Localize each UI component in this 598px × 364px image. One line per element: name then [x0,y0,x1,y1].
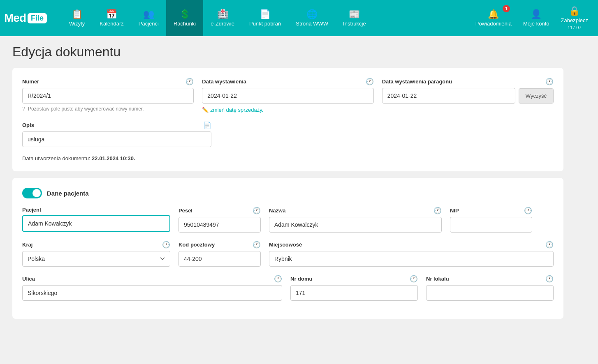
data-paragonu-input[interactable] [382,88,515,104]
nav-label-kalendarz: Kalendarz [100,21,124,27]
patient-row-3: Ulica 🕐 Nr domu 🕐 Nr lokalu 🕐 [22,275,554,301]
nav-label-pacjenci: Pacjenci [139,21,159,27]
question-icon: ? [22,106,25,112]
nav-item-zabezpiecz[interactable]: 🔒 Zabezpiecz 117:07 [555,0,594,36]
data-paragonu-clock-icon[interactable]: 🕐 [545,78,554,85]
nr-lokalu-label: Nr lokalu [426,276,449,282]
form-row-opis: Opis 📄 [22,121,554,147]
patient-data-card: Dane pacjenta Pacjent Pesel 🕐 Nazwa [12,178,563,319]
numer-label-row: Numer 🕐 [22,78,194,85]
nr-domu-clock-icon[interactable]: 🕐 [410,275,418,283]
miejscowosc-input[interactable] [269,251,554,267]
zabezpiecz-icon: 🔒 [569,7,580,16]
logo[interactable]: Med File [4,12,58,25]
nazwa-label: Nazwa [269,207,285,214]
nav-label-zabezpiecz: Zabezpiecz [561,17,588,23]
pesel-clock-icon[interactable]: 🕐 [253,207,261,214]
kod-pocztowy-input[interactable] [178,251,261,267]
form-row-numbers: Numer 🕐 ? Pozostaw pole puste aby wygene… [22,78,554,113]
nip-group: NIP 🕐 [450,207,532,233]
navbar: Med File 📋 Wizyty 📅 Kalendarz 👥 Pacjenci… [0,0,598,36]
nav-item-moje-konto[interactable]: 👤 Moje konto [517,0,555,36]
logo-file: File [28,13,47,23]
data-paragonu-label-row: Data wystawienia paragonu 🕐 [382,78,554,85]
dane-pacjenta-label: Dane pacjenta [47,190,89,197]
data-wystawienia-input[interactable] [202,88,373,104]
data-wystawienia-label: Data wystawienia [202,78,246,85]
miejscowosc-label: Miejscowość [269,242,302,248]
nav-label-strona-www: Strona WWW [296,21,328,27]
toggle-thumb [32,189,41,197]
kraj-label: Kraj [22,242,32,248]
nav-item-kalendarz[interactable]: 📅 Kalendarz [92,0,131,36]
nav-label-rachunki: Rachunki [174,21,196,27]
rachunki-icon: 💲 [179,10,190,19]
nr-domu-group: Nr domu 🕐 [290,275,418,301]
dane-pacjenta-toggle[interactable] [22,188,42,198]
pesel-input[interactable] [178,217,261,233]
nip-label-row: NIP 🕐 [450,207,532,214]
nav-item-instrukcje[interactable]: 📰 Instrukcje [336,0,373,36]
kalendarz-icon: 📅 [106,10,117,19]
opis-doc-icon[interactable]: 📄 [203,121,211,129]
opis-group: Opis 📄 [22,121,211,147]
strona-www-icon: 🌐 [306,10,318,19]
nr-lokalu-clock-icon[interactable]: 🕐 [545,275,554,283]
moje-konto-icon: 👤 [531,10,542,19]
wyczysc-button[interactable]: Wyczyść [519,88,554,104]
data-wystawienia-group: Data wystawienia 🕐 ✏️ zmień datę sprzeda… [202,78,373,113]
data-wystawienia-clock-icon[interactable]: 🕐 [366,78,374,85]
zabezpiecz-time: 117:07 [568,25,582,30]
numer-label: Numer [22,78,39,85]
notification-badge: 1 [503,5,510,12]
numer-clock-icon[interactable]: 🕐 [185,78,194,85]
doc-creation-date: Data utworzenia dokumentu: 22.01.2024 10… [22,155,554,161]
nr-domu-input[interactable] [290,285,418,301]
nr-lokalu-input[interactable] [426,285,554,301]
pacjent-input[interactable] [22,215,170,232]
nr-lokalu-label-row: Nr lokalu 🕐 [426,275,554,283]
nr-domu-label: Nr domu [290,276,312,282]
kraj-clock-icon[interactable]: 🕐 [162,241,170,249]
edit-icon: ✏️ [202,107,209,113]
nip-input[interactable] [450,217,532,233]
ulica-clock-icon[interactable]: 🕐 [274,275,282,283]
nav-label-powiadomienia: Powiadomienia [475,21,512,27]
opis-label: Opis [22,122,34,128]
nav-item-punkt-pobran[interactable]: 📄 Punkt pobrań [242,0,288,36]
opis-input[interactable] [22,131,211,147]
kod-pocztowy-clock-icon[interactable]: 🕐 [253,241,261,249]
ulica-label: Ulica [22,276,35,282]
page-content: Edycja dokumentu Numer 🕐 ? Pozostaw pole… [0,36,576,334]
nazwa-input[interactable] [269,217,442,233]
patient-row-1: Pacjent Pesel 🕐 Nazwa 🕐 [22,207,554,233]
nav-label-wizyty: Wizyty [69,21,85,27]
kraj-label-row: Kraj 🕐 [22,241,170,249]
numer-input[interactable] [22,88,194,104]
kraj-select[interactable]: Polska Niemcy Francja Wielka Brytania [22,251,170,267]
nazwa-clock-icon[interactable]: 🕐 [433,207,442,214]
nav-item-powiadomienia[interactable]: 1 🔔 Powiadomienia [470,0,517,36]
wizyty-icon: 📋 [72,10,83,19]
nav-item-e-zdrowie[interactable]: 🏥 e-Zdrowie [203,0,242,36]
nav-item-strona-www[interactable]: 🌐 Strona WWW [288,0,336,36]
data-wystawienia-label-row: Data wystawienia 🕐 [202,78,373,85]
miejscowosc-clock-icon[interactable]: 🕐 [545,241,554,249]
nav-items: 📋 Wizyty 📅 Kalendarz 👥 Pacjenci 💲 Rachun… [62,0,470,36]
nav-label-instrukcje: Instrukcje [343,21,366,27]
ulica-group: Ulica 🕐 [22,275,282,301]
toggle-track [22,188,42,198]
nav-right: 1 🔔 Powiadomienia 👤 Moje konto 🔒 Zabezpi… [470,0,594,36]
zmien-date-link[interactable]: ✏️ zmień datę sprzedaży. [202,107,373,113]
numer-hint: ? Pozostaw pole puste aby wygenerować no… [22,106,194,112]
nav-label-e-zdrowie: e-Zdrowie [211,21,234,27]
ulica-input[interactable] [22,285,282,301]
page-title: Edycja dokumentu [12,44,563,60]
nav-item-wizyty[interactable]: 📋 Wizyty [62,0,92,36]
patient-row-2: Kraj 🕐 Polska Niemcy Francja Wielka Bryt… [22,241,554,267]
nip-clock-icon[interactable]: 🕐 [524,207,532,214]
nav-item-pacjenci[interactable]: 👥 Pacjenci [131,0,166,36]
nr-domu-label-row: Nr domu 🕐 [290,275,418,283]
nav-label-punkt-pobran: Punkt pobrań [249,21,281,27]
nav-item-rachunki[interactable]: 💲 Rachunki [166,0,203,36]
